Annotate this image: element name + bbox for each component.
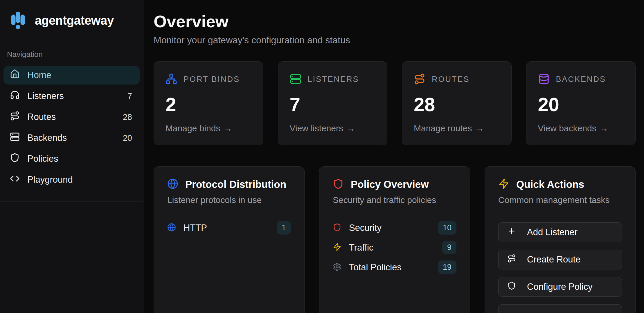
view-listeners-link[interactable]: View listeners→ [290, 123, 376, 133]
policy-row-total: Total Policies 19 [333, 260, 456, 275]
count-badge: 9 [442, 241, 456, 254]
panel-subtitle: Security and traffic policies [333, 195, 456, 205]
sidebar: agentgateway Navigation Home Listeners 7 [0, 0, 143, 313]
stat-value: 2 [166, 93, 251, 116]
policy-category: Traffic [349, 242, 373, 253]
sidebar-count-badge: 7 [127, 91, 132, 101]
headphones-icon [10, 90, 20, 102]
protocol-name: HTTP [184, 223, 207, 233]
shield-icon [333, 223, 341, 233]
sidebar-item-label: Routes [27, 112, 56, 122]
stat-label: LISTENERS [308, 75, 359, 84]
sidebar-nav: Navigation Home Listeners 7 Routes [0, 41, 143, 202]
globe-icon [167, 178, 178, 190]
stat-card-port-binds: PORT BINDS 2 Manage binds→ [154, 61, 263, 145]
route-icon [507, 254, 516, 265]
main-content: Overview Monitor your gateway's configur… [144, 0, 644, 313]
database-icon [538, 73, 550, 86]
policy-overview-panel: Policy Overview Security and traffic pol… [319, 166, 470, 313]
panel-subtitle: Common management tasks [498, 195, 622, 205]
app-window: agentgateway Navigation Home Listeners 7 [0, 0, 644, 313]
plus-icon [507, 227, 516, 238]
arrow-right-icon: → [475, 123, 484, 133]
sidebar-count-badge: 28 [123, 112, 132, 122]
view-backends-link[interactable]: View backends→ [538, 123, 624, 133]
arrow-right-icon: → [600, 123, 609, 133]
sidebar-item-label: Backends [27, 133, 67, 143]
zap-icon [498, 178, 509, 190]
panel-subtitle: Listener protocols in use [167, 195, 291, 205]
shield-icon [507, 281, 516, 292]
globe-icon [167, 223, 176, 233]
sidebar-item-home[interactable]: Home [3, 66, 140, 84]
count-badge: 19 [438, 260, 456, 274]
sidebar-item-label: Home [27, 70, 51, 80]
brand-link[interactable]: agentgateway [0, 0, 143, 41]
sidebar-item-label: Playground [27, 175, 73, 185]
network-icon [166, 73, 177, 86]
panels-row: Protocol Distribution Listener protocols… [154, 166, 636, 313]
shield-icon [333, 178, 344, 190]
policy-row-traffic: Traffic 9 [333, 240, 456, 256]
create-route-button[interactable]: Create Route [498, 250, 622, 269]
page-subtitle: Monitor your gateway's configuration and… [154, 35, 636, 46]
code-icon [10, 174, 20, 186]
shield-icon [10, 153, 20, 165]
panel-title: Quick Actions [516, 179, 584, 190]
zap-icon [333, 243, 341, 253]
protocol-row-http: HTTP 1 [167, 220, 291, 236]
stat-label: ROUTES [432, 75, 470, 84]
stat-label: PORT BINDS [184, 75, 240, 84]
panel-title: Protocol Distribution [185, 179, 286, 190]
configure-policy-button[interactable]: Configure Policy [498, 277, 622, 297]
nav-section-label: Navigation [7, 50, 140, 59]
count-badge: 10 [438, 221, 456, 235]
panel-title: Policy Overview [351, 179, 429, 190]
stat-value: 28 [414, 93, 500, 116]
stats-row: PORT BINDS 2 Manage binds→ LISTENERS 7 V… [154, 61, 636, 145]
stat-value: 7 [290, 93, 376, 116]
stat-card-backends: BACKENDS 20 View backends→ [526, 61, 636, 145]
arrow-right-icon: → [224, 123, 232, 133]
manage-routes-link[interactable]: Manage routes→ [414, 123, 500, 133]
gear-icon [333, 262, 341, 272]
sidebar-item-playground[interactable]: Playground [3, 170, 140, 189]
sidebar-item-backends[interactable]: Backends 20 [3, 129, 140, 147]
route-icon [10, 111, 20, 123]
sidebar-count-badge: 20 [123, 133, 132, 143]
server-icon [10, 132, 20, 144]
page-title: Overview [154, 12, 636, 31]
policy-category: Security [349, 223, 382, 233]
policy-row-security: Security 10 [333, 220, 456, 236]
stat-card-routes: ROUTES 28 Manage routes→ [402, 61, 512, 145]
sidebar-item-label: Policies [27, 154, 58, 164]
policy-category: Total Policies [349, 262, 402, 273]
protocol-distribution-panel: Protocol Distribution Listener protocols… [154, 166, 305, 313]
quick-action-button-partial[interactable] [498, 304, 622, 313]
sidebar-item-policies[interactable]: Policies [3, 150, 140, 168]
manage-binds-link[interactable]: Manage binds→ [166, 123, 251, 133]
agentgateway-logo-icon [8, 10, 28, 31]
sidebar-item-routes[interactable]: Routes 28 [3, 108, 140, 126]
add-listener-button[interactable]: Add Listener [498, 222, 622, 242]
server-icon [290, 73, 301, 86]
home-icon [10, 69, 20, 81]
stat-value: 20 [538, 93, 624, 116]
count-badge: 1 [277, 221, 291, 235]
sidebar-item-listeners[interactable]: Listeners 7 [3, 87, 140, 105]
arrow-right-icon: → [347, 123, 355, 133]
stat-card-listeners: LISTENERS 7 View listeners→ [278, 61, 388, 145]
stat-label: BACKENDS [556, 75, 606, 84]
quick-actions-panel: Quick Actions Common management tasks Ad… [485, 166, 636, 313]
route-icon [414, 73, 425, 86]
sidebar-item-label: Listeners [27, 91, 64, 101]
brand-name: agentgateway [35, 14, 114, 28]
